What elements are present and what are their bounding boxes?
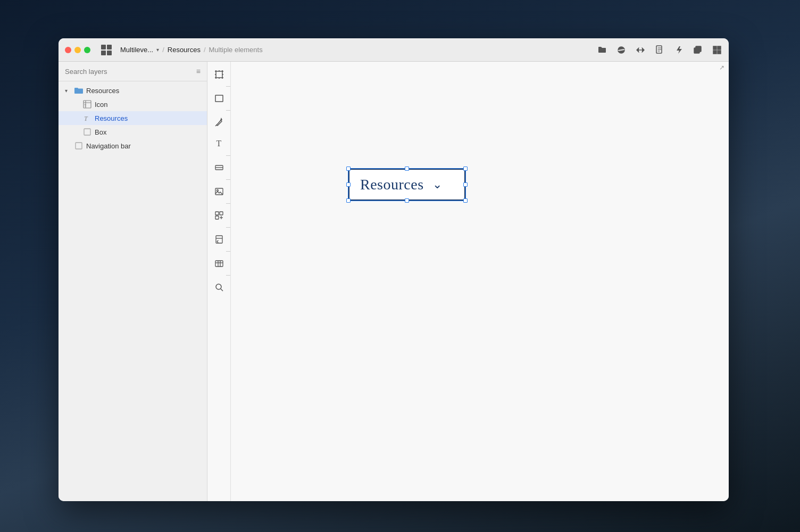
resize-icon[interactable]: [635, 45, 646, 55]
breadcrumb: Multileve... ▾ / Resources / Multiple el…: [120, 46, 263, 54]
layer-item-box[interactable]: Box: [59, 125, 207, 139]
minimize-button[interactable]: [74, 47, 81, 53]
breadcrumb-chevron[interactable]: ▾: [156, 47, 159, 53]
svg-rect-5: [713, 51, 716, 54]
svg-rect-33: [215, 212, 219, 215]
app-grid-icon[interactable]: [101, 45, 112, 55]
dropdown-chevron-icon: ⌄: [432, 178, 442, 192]
frame-tool[interactable]: [210, 65, 229, 84]
layer-item-resources-text[interactable]: T Resources: [59, 111, 207, 125]
breadcrumb-app-name[interactable]: Multileve...: [120, 46, 153, 54]
nav-bar-icon: [74, 142, 83, 150]
layers-list: ▾ Resources: [59, 81, 207, 501]
tool-divider-7: [226, 251, 230, 252]
app-window: Multileve... ▾ / Resources / Multiple el…: [59, 38, 729, 501]
component-tool[interactable]: [210, 158, 229, 177]
document-icon[interactable]: [654, 45, 665, 55]
folder-icon: [74, 86, 83, 95]
icon-component-icon: T: [83, 100, 91, 109]
folder-icon[interactable]: [597, 45, 607, 55]
close-button[interactable]: [65, 47, 71, 53]
traffic-lights: [65, 47, 90, 53]
table-tool[interactable]: [210, 254, 229, 273]
handle-middle-left[interactable]: [346, 182, 351, 187]
text-tool-label: T: [216, 139, 222, 148]
text-tool[interactable]: T: [210, 134, 229, 153]
tool-sidebar: T: [207, 62, 231, 501]
svg-rect-40: [215, 261, 223, 267]
title-bar-icons: [597, 45, 722, 55]
svg-rect-12: [84, 129, 90, 135]
image-tool[interactable]: [210, 182, 229, 201]
svg-rect-38: [216, 236, 222, 243]
tool-divider-4: [226, 179, 230, 180]
lightning-icon[interactable]: [673, 45, 684, 55]
tool-divider-3: [226, 155, 230, 156]
main-content: ≡ ▾ Resources: [59, 62, 729, 501]
filter-icon[interactable]: ≡: [196, 67, 201, 76]
rectangle-tool[interactable]: [210, 89, 229, 108]
svg-text:T: T: [84, 104, 87, 107]
svg-line-45: [221, 289, 223, 291]
svg-rect-2: [696, 46, 701, 52]
sync-icon[interactable]: [616, 45, 627, 55]
svg-rect-4: [718, 46, 721, 49]
tool-divider-5: [226, 203, 230, 204]
breadcrumb-multiple: Multiple elements: [209, 46, 263, 54]
canvas-area[interactable]: ↗ Resources ⌄: [231, 62, 729, 501]
breadcrumb-sep-2: /: [204, 46, 206, 54]
tool-divider-1: [226, 86, 230, 87]
tool-divider-2: [226, 110, 230, 111]
text-layer-icon: T: [83, 114, 91, 122]
title-bar: Multileve... ▾ / Resources / Multiple el…: [59, 38, 729, 62]
handle-bottom-left[interactable]: [346, 198, 351, 203]
pen-tool[interactable]: [210, 113, 229, 132]
selection-box: Resources ⌄: [348, 168, 466, 201]
maximize-button[interactable]: [84, 47, 90, 53]
handle-top-left[interactable]: [346, 167, 351, 171]
svg-rect-35: [215, 216, 219, 219]
handle-bottom-right[interactable]: [463, 198, 468, 203]
resize-indicator: ↗: [719, 64, 724, 71]
handle-bottom-center[interactable]: [405, 198, 409, 203]
layer-item-resources-folder[interactable]: ▾ Resources: [59, 84, 207, 97]
canvas-element-wrapper[interactable]: Resources ⌄: [348, 168, 466, 201]
layer-item-nav-bar[interactable]: Navigation bar: [59, 139, 207, 153]
layer-name-box: Box: [95, 128, 106, 136]
breadcrumb-resources[interactable]: Resources: [168, 46, 201, 54]
svg-rect-13: [76, 143, 82, 149]
search-bar: ≡: [59, 62, 207, 81]
dropdown-label: Resources: [360, 176, 424, 193]
search-tool[interactable]: [210, 278, 229, 297]
svg-rect-14: [216, 71, 222, 78]
folder-chevron: ▾: [65, 88, 71, 94]
layer-name-icon: Icon: [95, 101, 108, 109]
svg-text:T: T: [84, 115, 88, 122]
search-input[interactable]: [65, 68, 193, 76]
svg-line-28: [215, 125, 216, 126]
layer-name-nav-bar: Navigation bar: [86, 142, 131, 150]
svg-rect-3: [713, 46, 716, 49]
grid-icon[interactable]: [712, 45, 722, 55]
handle-top-right[interactable]: [463, 167, 468, 171]
svg-point-44: [216, 284, 221, 289]
widget-tool[interactable]: [210, 230, 229, 249]
layer-item-icon[interactable]: T Icon: [59, 97, 207, 111]
svg-rect-34: [220, 212, 223, 215]
svg-rect-6: [718, 51, 721, 54]
svg-rect-27: [215, 95, 223, 102]
breadcrumb-sep-1: /: [162, 46, 164, 54]
assets-tool[interactable]: [210, 206, 229, 225]
layer-name-resources-text: Resources: [95, 114, 128, 122]
dropdown-element[interactable]: Resources ⌄: [348, 169, 465, 201]
box-layer-icon: [83, 128, 91, 136]
layers-panel: ≡ ▾ Resources: [59, 62, 207, 501]
tool-divider-8: [226, 275, 230, 276]
copy-layers-icon[interactable]: [693, 45, 703, 55]
layer-name-resources-folder: Resources: [86, 87, 119, 95]
svg-point-32: [216, 190, 218, 192]
tool-divider-6: [226, 227, 230, 228]
handle-middle-right[interactable]: [463, 182, 468, 187]
handle-top-center[interactable]: [405, 167, 409, 171]
